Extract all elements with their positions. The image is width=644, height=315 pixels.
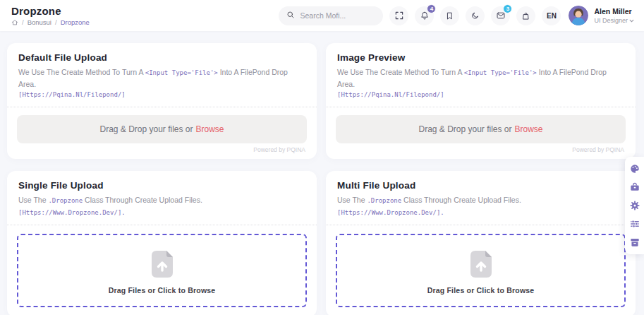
dark-mode-button[interactable] bbox=[466, 6, 485, 25]
card-description: We Use The Create Method To Turn A <Inpu… bbox=[18, 66, 305, 100]
filepond-drop-area[interactable]: Drag & Drop your files or Browse bbox=[17, 115, 307, 143]
powered-by-label: Powered by PQINA bbox=[17, 143, 307, 155]
messages-badge: 3 bbox=[503, 4, 512, 13]
cart-button[interactable] bbox=[516, 6, 535, 25]
inline-code: <Input Type='File'> bbox=[145, 69, 218, 76]
card-default-file-upload: Default File Upload We Use The Create Me… bbox=[7, 43, 317, 159]
card-description: Use The .Dropzone Class Through Create U… bbox=[18, 194, 305, 218]
browse-link[interactable]: Browse bbox=[515, 124, 543, 134]
dropzone-label: Drag Files or Click to Browse bbox=[427, 286, 535, 295]
language-label: EN bbox=[547, 12, 557, 20]
search-icon bbox=[286, 9, 295, 22]
fullscreen-button[interactable] bbox=[389, 6, 408, 25]
search-input[interactable] bbox=[300, 11, 375, 20]
briefcase-icon[interactable] bbox=[630, 182, 640, 192]
inline-code: .Dropzone bbox=[367, 197, 401, 204]
fullscreen-icon bbox=[394, 11, 404, 20]
chevron-down-icon bbox=[629, 17, 634, 24]
main-content: Default File Upload We Use The Create Me… bbox=[0, 31, 644, 315]
filepond-link[interactable]: [Https://Pqina.Nl/Filepond/] bbox=[18, 90, 305, 100]
filepond-drop-area[interactable]: Drag & Drop your files or Browse bbox=[336, 115, 626, 143]
search-bar[interactable] bbox=[279, 6, 383, 25]
header-actions: 4 3 EN bbox=[279, 6, 634, 25]
card-title: Default File Upload bbox=[18, 52, 305, 63]
bookmark-icon bbox=[445, 11, 454, 20]
page-title: Dropzone bbox=[11, 5, 90, 17]
card-title: Image Preview bbox=[337, 52, 624, 63]
notifications-button[interactable]: 4 bbox=[415, 6, 434, 25]
card-multi-file-upload: Multi File Upload Use The .Dropzone Clas… bbox=[326, 171, 636, 315]
gear-icon[interactable] bbox=[630, 201, 640, 210]
moon-icon bbox=[470, 11, 480, 20]
header: Dropzone / Bonusui / Dropzone bbox=[0, 0, 644, 31]
avatar bbox=[569, 6, 588, 25]
breadcrumb-separator: / bbox=[22, 18, 24, 26]
sliders-icon[interactable] bbox=[630, 219, 640, 229]
user-info: Alen Miller UI Designer bbox=[594, 7, 634, 23]
user-role: UI Designer bbox=[594, 17, 634, 24]
inline-code: <Input Type='File'> bbox=[464, 69, 537, 76]
bookmark-button[interactable] bbox=[440, 6, 459, 25]
palette-icon[interactable] bbox=[630, 164, 640, 174]
dropzone-link[interactable]: [Https://Www.Dropzone.Dev/]. bbox=[18, 209, 126, 216]
card-single-file-upload: Single File Upload Use The .Dropzone Cla… bbox=[7, 171, 317, 315]
user-menu[interactable]: Alen Miller UI Designer bbox=[569, 6, 634, 25]
upload-file-icon bbox=[464, 247, 498, 284]
header-left: Dropzone / Bonusui / Dropzone bbox=[11, 5, 90, 26]
messages-button[interactable]: 3 bbox=[491, 6, 510, 25]
card-title: Multi File Upload bbox=[337, 180, 624, 191]
upload-file-icon bbox=[145, 247, 179, 284]
powered-by-label: Powered by PQINA bbox=[336, 143, 626, 155]
dropzone-area[interactable]: Drag Files or Click to Browse bbox=[17, 234, 307, 307]
dropzone-area[interactable]: Drag Files or Click to Browse bbox=[336, 234, 626, 307]
bag-icon bbox=[521, 11, 530, 20]
browse-link[interactable]: Browse bbox=[196, 124, 224, 134]
inline-code: .Dropzone bbox=[48, 197, 83, 204]
breadcrumb-item-bonusui[interactable]: Bonusui bbox=[28, 18, 51, 26]
language-button[interactable]: EN bbox=[542, 6, 561, 25]
user-name: Alen Miller bbox=[594, 7, 634, 16]
dropzone-link[interactable]: [Https://Www.Dropzone.Dev/]. bbox=[337, 209, 444, 216]
home-icon[interactable] bbox=[11, 19, 18, 26]
card-image-preview: Image Preview We Use The Create Method T… bbox=[326, 43, 636, 159]
filepond-link[interactable]: [Https://Pqina.Nl/Filepond/] bbox=[337, 90, 624, 100]
breadcrumb-item-current: Dropzone bbox=[61, 18, 90, 26]
notifications-badge: 4 bbox=[427, 4, 436, 13]
quick-settings-toolbar bbox=[625, 157, 644, 254]
breadcrumb-separator: / bbox=[55, 18, 57, 26]
card-title: Single File Upload bbox=[18, 180, 305, 191]
card-description: We Use The Create Method To Turn A <Inpu… bbox=[337, 66, 624, 100]
breadcrumb: / Bonusui / Dropzone bbox=[11, 18, 90, 26]
archive-icon[interactable] bbox=[630, 237, 640, 247]
card-description: Use The .Dropzone Class Through Create U… bbox=[337, 194, 624, 218]
dropzone-label: Drag Files or Click to Browse bbox=[109, 286, 216, 295]
